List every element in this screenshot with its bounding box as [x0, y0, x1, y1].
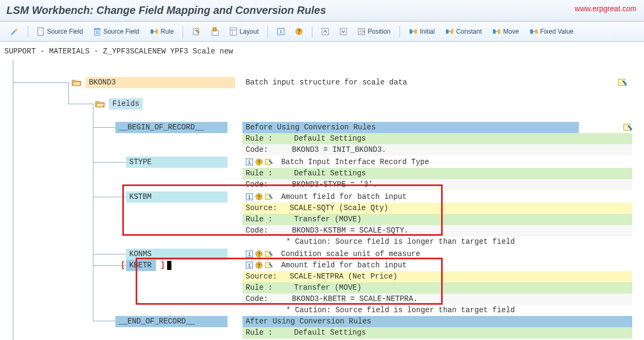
kbetr-caution: * Caution: Source field is longer than t…	[286, 306, 515, 314]
edit-button[interactable]	[187, 25, 206, 38]
code-label: Code:	[246, 179, 283, 190]
svg-rect-20	[340, 28, 347, 35]
kstbm-desc: Amount field for batch input	[281, 192, 406, 201]
kbetr-node[interactable]: KBETR	[126, 260, 156, 271]
rule-icon	[150, 28, 159, 35]
toolbar: Source Field Source Field Rule Layout i …	[0, 21, 644, 42]
new-source-field-button[interactable]: Source Field	[33, 25, 88, 38]
help-icon: ?	[295, 28, 303, 35]
svg-text:i: i	[248, 251, 252, 258]
konms-node[interactable]: KONMS	[126, 249, 227, 260]
end-desc: After Using Conversion Rules	[246, 317, 371, 326]
collapse-button[interactable]	[317, 26, 334, 37]
svg-rect-11	[213, 28, 216, 31]
info-button[interactable]: i	[272, 26, 289, 37]
constant-label: Constant	[456, 28, 482, 35]
delete-source-field-label: Source Field	[103, 28, 139, 35]
rule-label: Rule :	[246, 282, 283, 293]
stype-code-val: BKOND3-STYPE = '3'.	[292, 180, 378, 189]
position-button[interactable]: Position	[353, 26, 395, 37]
note-pencil-icon[interactable]	[265, 250, 273, 258]
structure-node[interactable]: BKOND3	[85, 77, 235, 88]
svg-rect-3	[94, 28, 100, 29]
svg-rect-27	[446, 29, 449, 34]
kstbm-code-val: BKOND3-KSTBM = SCALE-SQTY.	[292, 226, 409, 235]
svg-point-0	[15, 29, 17, 31]
help-icon[interactable]: ?	[255, 193, 263, 200]
begin-code-val: BKOND3 = INIT_BKOND3.	[292, 145, 386, 154]
end-rule-val: Default Settings	[292, 327, 368, 338]
svg-text:?: ?	[257, 195, 261, 200]
svg-rect-29	[493, 29, 496, 34]
note-icon[interactable]	[617, 78, 628, 87]
begin-rule-val: Default Settings	[292, 133, 368, 144]
begin-record-node[interactable]: __BEGIN_OF_RECORD__	[115, 122, 227, 133]
title-bar: LSM Workbench: Change Field Mapping and …	[0, 0, 644, 21]
position-label: Position	[367, 28, 390, 35]
note-pencil-icon[interactable]	[265, 261, 273, 269]
svg-rect-30	[498, 29, 500, 34]
selection-bracket-close: ]	[160, 261, 164, 269]
structure-desc-text: Batch input structure for scale data	[246, 78, 407, 87]
kbetr-code-val: BKOND3-KBETR = SCALE-NETPRA.	[292, 295, 418, 303]
breadcrumb: SUPPORT - MATERIALS - Z_YPF3SCALENEW YPF…	[4, 46, 638, 60]
position-icon	[358, 28, 365, 35]
move-button[interactable]: Move	[488, 26, 523, 37]
expand-icon	[340, 28, 347, 35]
delete-source-field-button[interactable]: Source Field	[89, 25, 144, 38]
help-icon[interactable]: ?	[255, 250, 263, 258]
url-label: www.erpgreat.com	[575, 4, 637, 13]
help-icon[interactable]: ?	[255, 158, 263, 166]
info-icon[interactable]: i	[246, 250, 253, 258]
selection-bracket-open: [	[121, 260, 125, 271]
note-icon[interactable]	[623, 122, 633, 132]
note-pencil-icon[interactable]	[265, 193, 273, 200]
rule-button[interactable]: Rule	[145, 26, 179, 37]
svg-text:?: ?	[297, 29, 301, 35]
svg-rect-7	[151, 29, 153, 34]
svg-rect-25	[410, 29, 412, 34]
constant-button[interactable]: Constant	[441, 26, 486, 37]
svg-text:i: i	[248, 194, 252, 200]
wand-icon	[10, 27, 19, 36]
note-pencil-icon[interactable]	[265, 158, 273, 166]
source-label: Source:	[246, 203, 283, 214]
kstbm-node[interactable]: KSTBM	[126, 191, 227, 203]
svg-text:?: ?	[257, 160, 261, 166]
fixed-value-button[interactable]: Fixed Value	[525, 26, 578, 37]
layout-button[interactable]: Layout	[225, 25, 263, 38]
help-icon[interactable]: ?	[255, 261, 263, 269]
assign-icon	[409, 28, 418, 35]
end-record-node[interactable]: __END_OF_RECORD__	[115, 316, 227, 327]
svg-text:i: i	[248, 262, 252, 269]
expand-button[interactable]	[335, 26, 352, 37]
info-icon[interactable]: i	[246, 158, 253, 166]
svg-text:i: i	[280, 28, 282, 35]
layout-label: Layout	[239, 28, 258, 35]
konms-desc: Condition scale unit of measure	[281, 250, 420, 258]
code-label: Code:	[246, 144, 283, 156]
folder-open-icon	[95, 100, 105, 107]
collapse-icon	[321, 28, 329, 35]
svg-text:?: ?	[257, 252, 261, 258]
rule-label: Rule :	[246, 327, 283, 338]
stype-rule-val: Default Settings	[292, 168, 368, 179]
code-label: Code:	[246, 293, 283, 305]
kstbm-src-val: SCALE-SQTY (Scale Qty)	[287, 203, 390, 214]
rule-label: Rule :	[246, 133, 283, 144]
initial-button[interactable]: Initial	[404, 26, 439, 37]
info-icon[interactable]: i	[246, 261, 253, 269]
pencil-icon	[192, 27, 201, 36]
info-icon: i	[277, 28, 285, 35]
kbetr-rule-val: Transfer (MOVE)	[292, 282, 364, 293]
layout-icon	[230, 27, 237, 36]
stype-node[interactable]: STYPE	[126, 157, 227, 168]
assign-icon	[492, 28, 501, 35]
info-icon[interactable]: i	[246, 193, 253, 200]
new-source-field-label: Source Field	[47, 28, 83, 35]
svg-rect-19	[322, 28, 328, 35]
fields-node[interactable]: Fields	[109, 98, 142, 110]
wand-button[interactable]	[5, 25, 23, 38]
help-button[interactable]: ?	[290, 26, 308, 37]
script-button[interactable]	[207, 25, 224, 38]
